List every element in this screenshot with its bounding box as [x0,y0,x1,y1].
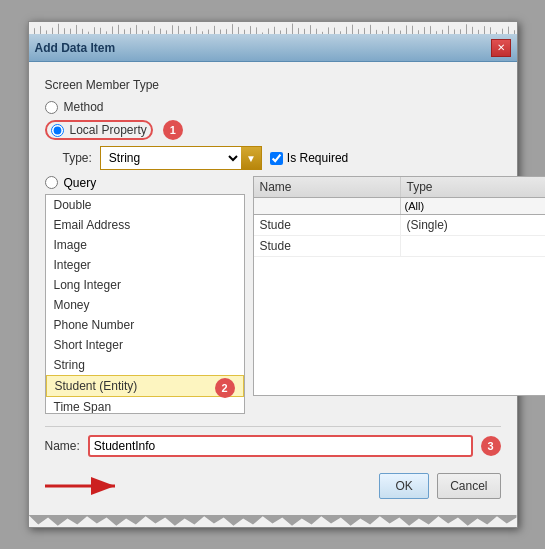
list-item[interactable]: Double [46,195,244,215]
filter-type-input[interactable] [401,198,546,214]
list-item[interactable]: Email Address [46,215,244,235]
table-cell-name: Stude [254,236,401,256]
close-button[interactable]: ✕ [491,39,511,57]
name-row: Name: 3 [45,426,501,457]
badge-1: 1 [163,120,183,140]
list-item[interactable]: Phone Number [46,315,244,335]
query-radio-label: Query [64,176,97,190]
query-radio-row: Query [45,176,245,190]
local-property-radio-item[interactable]: Local Property 1 [45,120,501,140]
dropdown-list[interactable]: Double Email Address Image Integer Long … [45,194,245,414]
is-required-checkbox[interactable] [270,152,283,165]
window-content: Screen Member Type Method Local Property… [29,62,517,515]
title-bar-controls: ✕ [491,39,511,57]
ok-button[interactable]: OK [379,473,429,499]
method-radio-label: Method [64,100,104,114]
table-rows: Stude (Single) Stude [254,215,546,257]
name-input[interactable] [88,435,473,457]
type-dropdown-button[interactable]: ▼ [241,147,261,169]
main-window: Add Data Item ✕ Screen Member Type Metho… [28,21,518,528]
type-select-container: String ▼ [100,146,262,170]
dropdown-list-wrapper: Double Email Address Image Integer Long … [45,194,245,414]
button-row: OK Cancel [45,469,501,499]
method-radio[interactable] [45,101,58,114]
cancel-button[interactable]: Cancel [437,473,500,499]
jagged-top-decoration [29,22,517,34]
type-select[interactable]: String [101,147,241,169]
list-item[interactable]: Image [46,235,244,255]
arrow-icon [45,476,125,496]
table-row: Stude [254,236,546,257]
left-panel: Query Double Email Address Image Integer… [45,176,245,414]
type-row: Type: String ▼ Is Required [63,146,501,170]
table-row: Stude (Single) [254,215,546,236]
col-header-name: Name [254,177,401,197]
section-label: Screen Member Type [45,78,501,92]
list-item[interactable]: Money [46,295,244,315]
table-cell-name: Stude [254,215,401,235]
main-area: Query Double Email Address Image Integer… [45,176,501,414]
table-header: Name Type [254,177,546,198]
list-item-selected[interactable]: Student (Entity) 2 [46,375,244,397]
right-table: Name Type Stude (Single) Stude [253,176,546,396]
method-radio-item[interactable]: Method [45,100,501,114]
title-bar: Add Data Item ✕ [29,34,517,62]
local-property-radio[interactable] [51,124,64,137]
list-item[interactable]: Time Span [46,397,244,413]
filter-name-input[interactable] [254,198,401,214]
list-item[interactable]: String [46,355,244,375]
jagged-bottom-decoration [29,515,517,527]
name-label: Name: [45,439,80,453]
right-panel: Name Type Stude (Single) Stude [253,176,546,414]
filter-row [254,198,546,215]
local-property-label: Local Property [70,123,147,137]
local-property-highlight: Local Property [45,120,153,140]
arrow-container [45,476,372,496]
type-label: Type: [63,151,92,165]
badge-2: 2 [215,378,235,398]
query-radio[interactable] [45,176,58,189]
dropdown-list-inner[interactable]: Double Email Address Image Integer Long … [46,195,244,413]
list-item[interactable]: Integer [46,255,244,275]
table-cell-type: (Single) [401,215,546,235]
window-title: Add Data Item [35,41,116,55]
table-cell-type [401,236,546,256]
badge-3: 3 [481,436,501,456]
is-required-label: Is Required [287,151,348,165]
list-item[interactable]: Short Integer [46,335,244,355]
radio-group: Method Local Property 1 [45,100,501,140]
is-required-container: Is Required [270,151,348,165]
col-header-type: Type [401,177,546,197]
list-item[interactable]: Long Integer [46,275,244,295]
